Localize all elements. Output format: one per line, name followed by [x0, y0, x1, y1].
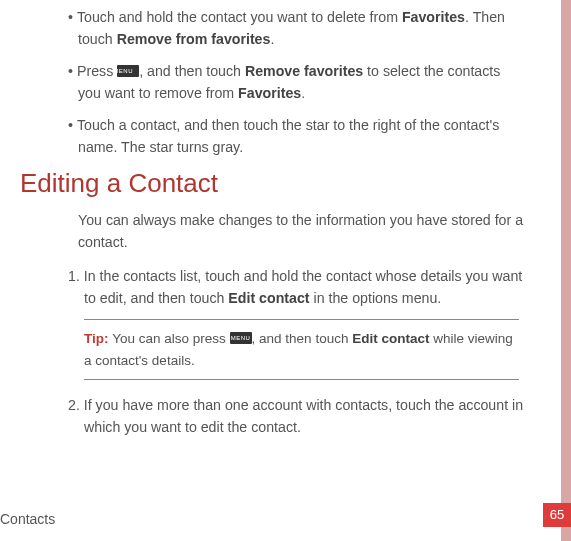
bullet-dot: • [68, 9, 77, 25]
bullet-dot: • [68, 117, 77, 133]
bullet-dot: • [68, 63, 77, 79]
page-number: 65 [543, 503, 571, 527]
tip-label: Tip: [84, 331, 112, 346]
bold-text: Remove favorites [245, 63, 363, 79]
bold-text: Favorites [238, 85, 301, 101]
section-heading: Editing a Contact [20, 168, 525, 199]
tip-block: Tip: You can also press MENU, and then t… [84, 319, 519, 380]
bullet-item-2: •Press MENU, and then touch Remove favor… [68, 60, 525, 104]
bullet-item-1: •Touch and hold the contact you want to … [68, 6, 525, 50]
bold-text: Favorites [402, 9, 465, 25]
intro-paragraph: You can always make changes to the infor… [78, 209, 525, 253]
page-content: •Touch and hold the contact you want to … [0, 0, 555, 458]
menu-icon: MENU [117, 65, 139, 77]
text: Press [77, 63, 117, 79]
step-1: 1. In the contacts list, touch and hold … [68, 265, 525, 309]
text: , and then touch [252, 331, 353, 346]
text: in the options menu. [310, 290, 442, 306]
page-tab-strip [561, 0, 571, 541]
text: . [301, 85, 305, 101]
bold-text: Edit contact [352, 331, 429, 346]
bullet-item-3: •Touch a contact, and then touch the sta… [68, 114, 525, 158]
text: . [270, 31, 274, 47]
text: Touch and hold the contact you want to d… [77, 9, 402, 25]
bold-text: Remove from favorites [117, 31, 271, 47]
menu-icon: MENU [230, 332, 252, 344]
text: , and then touch [139, 63, 245, 79]
step-2: 2. If you have more than one account wit… [68, 394, 525, 438]
text: Touch a contact, and then touch the star… [77, 117, 499, 155]
bold-text: Edit contact [228, 290, 309, 306]
footer-label: Contacts [0, 511, 55, 527]
tab-color [561, 0, 571, 541]
text: You can also press [112, 331, 229, 346]
